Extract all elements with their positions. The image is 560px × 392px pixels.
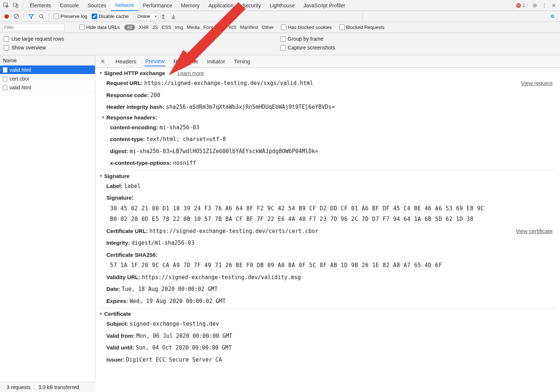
- blocked-requests-checkbox[interactable]: Blocked Requests: [339, 25, 385, 30]
- request-name: valid.html: [10, 85, 31, 90]
- filter-chip-manifest[interactable]: Manifest: [240, 25, 258, 30]
- tab-console[interactable]: Console: [55, 0, 83, 11]
- more-icon[interactable]: ⋮: [540, 1, 548, 10]
- filter-chip-xhr[interactable]: XHR: [139, 25, 149, 30]
- inspect-icon[interactable]: [2, 1, 10, 10]
- request-row[interactable]: cert.cbor: [0, 74, 95, 83]
- show-overview-checkbox[interactable]: Show overview: [4, 45, 280, 51]
- filter-chip-font[interactable]: Font: [204, 25, 213, 30]
- filter-chip-css[interactable]: CSS: [162, 25, 172, 30]
- tab-jsprofiler[interactable]: JavaScript Profiler: [299, 0, 350, 11]
- label-issuer: Issuer:: [106, 356, 124, 363]
- label-valid-from: Valid from:: [106, 333, 135, 339]
- preserve-log-checkbox[interactable]: Preserve log: [54, 14, 87, 19]
- document-icon: [3, 76, 7, 81]
- label-request-url: Request URL:: [106, 80, 143, 86]
- header-key: content-encoding:: [110, 124, 158, 130]
- tab-application[interactable]: Application: [204, 0, 238, 11]
- svg-point-5: [40, 14, 43, 18]
- header-key: x-content-type-options:: [110, 160, 171, 166]
- section-sxg: Signed HTTP exchangeLearn more Request U…: [99, 70, 556, 168]
- label-signature: Signature:: [106, 195, 133, 201]
- section-title-sxg[interactable]: Signed HTTP exchangeLearn more: [99, 70, 556, 76]
- filter-input[interactable]: [2, 24, 65, 31]
- large-rows-label: Use large request rows: [11, 36, 64, 42]
- tab-security[interactable]: Security: [238, 0, 266, 11]
- filter-chip-other[interactable]: Other: [262, 25, 274, 30]
- detail-tab-timing[interactable]: Timing: [233, 57, 251, 66]
- separator: [23, 13, 24, 20]
- section-title-certificate[interactable]: Certificate: [99, 311, 556, 317]
- filter-chip-media[interactable]: Media: [187, 25, 200, 30]
- value-date: Tue, 18 Aug 2020 00:00:02 GMT: [122, 286, 218, 292]
- detail-tab-headers[interactable]: Headers: [115, 57, 137, 66]
- value-issuer: DigiCert ECC Secure Server CA: [126, 356, 222, 363]
- value-header-hash: sha256-aSdRm3m7qXtaWb3xjRn5mHDUqEbWAj9t9…: [166, 104, 335, 110]
- status-requests: 3 requests: [3, 384, 34, 390]
- device-toggle-icon[interactable]: [12, 1, 20, 10]
- download-icon[interactable]: [170, 13, 177, 20]
- filter-chip-js[interactable]: JS: [153, 25, 158, 30]
- value-request-url: https://signed-exchange-testing.dev/sxgs…: [144, 80, 313, 86]
- blocked-cookies-label: Has blocked cookies: [288, 25, 332, 30]
- value-valid-until: Sun, 04 Oct 2020 00:00:00 GMT: [136, 344, 232, 351]
- group-frame-label: Group by frame: [288, 36, 323, 42]
- label-subject: Subject:: [106, 321, 128, 327]
- view-certificate-link[interactable]: View certificate: [516, 226, 553, 236]
- request-name: cert.cbor: [10, 76, 29, 82]
- upload-icon[interactable]: [160, 13, 167, 20]
- filter-bar: Hide data URLs All XHR JS CSS Img Media …: [0, 22, 560, 33]
- record-button[interactable]: [4, 14, 9, 19]
- large-rows-checkbox[interactable]: Use large request rows: [4, 36, 280, 42]
- group-frame-checkbox[interactable]: Group by frame: [280, 36, 557, 42]
- separator: [23, 2, 23, 9]
- resource-type-filter: All XHR JS CSS Img Media Font Doc WS Man…: [124, 25, 274, 30]
- tab-elements[interactable]: Elements: [25, 0, 55, 11]
- detail-tab-response[interactable]: Response: [173, 57, 199, 66]
- tab-lighthouse[interactable]: Lighthouse: [265, 0, 299, 11]
- tab-sources[interactable]: Sources: [83, 0, 111, 11]
- settings-icon[interactable]: ⚙: [531, 1, 539, 10]
- view-request-link[interactable]: View request: [521, 78, 553, 88]
- learn-more-link[interactable]: Learn more: [177, 70, 204, 76]
- detail-tab-preview[interactable]: Preview: [144, 56, 165, 66]
- filter-chip-doc[interactable]: Doc: [217, 25, 225, 30]
- section-title-signature[interactable]: Signature: [99, 173, 556, 179]
- capture-screenshots-checkbox[interactable]: Capture screenshots: [280, 45, 557, 51]
- request-list-header[interactable]: Name: [0, 55, 95, 66]
- hide-data-urls-checkbox[interactable]: Hide data URLs: [79, 25, 120, 30]
- tab-performance[interactable]: Performance: [138, 0, 176, 11]
- tab-memory[interactable]: Memory: [177, 0, 204, 11]
- value-integrity: digest/mi-sha256-03: [131, 240, 194, 246]
- error-count[interactable]: 1: [516, 3, 525, 8]
- label-siglabel: Label:: [106, 183, 122, 189]
- response-headers-title[interactable]: Response headers:: [101, 114, 556, 121]
- section-signature: Signature Label: label Signature: 30 45 …: [99, 170, 556, 306]
- filter-chip-ws[interactable]: WS: [229, 25, 237, 30]
- value-expires: Wed, 19 Aug 2020 00:00:02 GMT: [129, 298, 226, 304]
- label-integrity: Integrity:: [106, 240, 130, 246]
- blocked-requests-label: Blocked Requests: [346, 25, 385, 30]
- label-header-hash: Header integrity hash:: [106, 104, 164, 110]
- disable-cache-checkbox[interactable]: Disable cache: [92, 14, 129, 19]
- request-list-panel: Name valid.html cert.cbor valid.html: [0, 55, 95, 378]
- status-bar: 3 requests 3.9 kB transferred: [0, 382, 95, 392]
- close-icon[interactable]: ✕: [550, 1, 558, 10]
- tab-network[interactable]: Network: [111, 0, 138, 11]
- network-options: Use large request rows Show overview Gro…: [0, 34, 560, 52]
- throttling-select[interactable]: Online: [136, 13, 158, 20]
- network-settings-icon[interactable]: ⚙: [549, 13, 556, 20]
- filter-icon[interactable]: [28, 13, 35, 20]
- header-value: nosniff: [173, 160, 196, 166]
- request-row[interactable]: valid.html: [0, 66, 95, 74]
- search-icon[interactable]: [38, 13, 45, 20]
- blocked-cookies-checkbox[interactable]: Has blocked cookies: [281, 25, 332, 30]
- filter-chip-img[interactable]: Img: [175, 25, 183, 30]
- header-value: mi-sha256-03=LB7wdlHO51Z1Ze600lbYAEYsckW…: [129, 148, 318, 155]
- clear-icon[interactable]: [12, 13, 20, 20]
- signature-bytes: B0 02 20 0D E5 78 22 0B 10 57 7B 8A CF B…: [110, 215, 556, 224]
- close-detail-icon[interactable]: ✕: [98, 58, 107, 65]
- detail-tab-initiator[interactable]: Initiator: [206, 57, 226, 66]
- request-row[interactable]: valid.html: [0, 83, 95, 92]
- filter-chip-all[interactable]: All: [124, 25, 135, 30]
